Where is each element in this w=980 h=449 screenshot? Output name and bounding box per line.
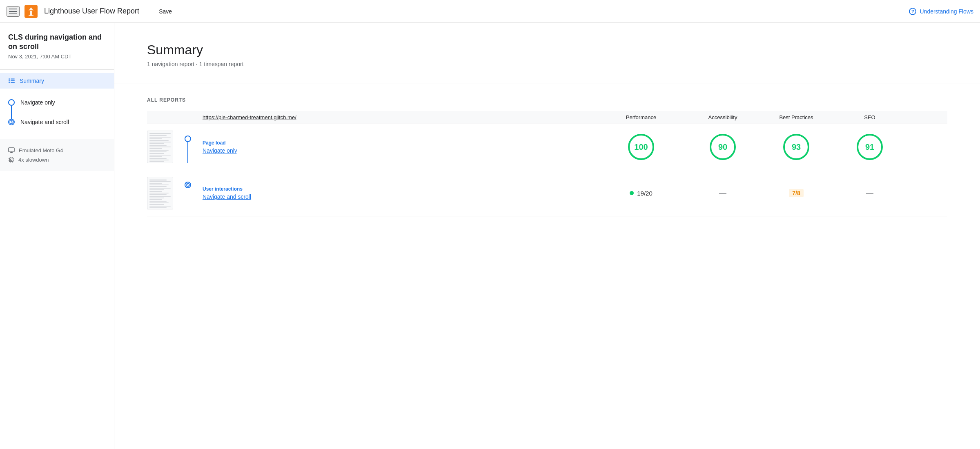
timeline-dot-scroll — [8, 119, 15, 125]
device-section: Emulated Moto G4 4x slowdown — [0, 139, 114, 171]
col-best-practices-header: Best Practices — [760, 114, 833, 120]
report-link-1[interactable]: Navigate only — [203, 147, 237, 154]
sidebar-nav-items: Navigate only Navigat — [0, 89, 114, 136]
app-header: Lighthouse User Flow Report Save ? Under… — [0, 0, 980, 23]
summary-section: Summary 1 navigation report · 1 timespan… — [114, 23, 980, 84]
report-row-1-info: Page load Navigate only — [196, 140, 596, 154]
device-slowdown: 4x slowdown — [8, 155, 106, 164]
dash-1: — — [719, 189, 726, 198]
sidebar-divider — [0, 69, 114, 70]
report-type-2: User interactions — [203, 186, 596, 192]
svg-line-28 — [188, 185, 189, 185]
menu-button[interactable] — [7, 6, 20, 17]
table-row: User interactions Navigate and scroll 19… — [147, 170, 947, 216]
row1-timeline — [180, 131, 196, 163]
timespan-score-green: 19/20 — [630, 190, 653, 197]
summary-label: Summary — [20, 78, 44, 84]
main-content: Summary 1 navigation report · 1 timespan… — [114, 23, 980, 449]
slowdown-label: 4x slowdown — [18, 157, 49, 163]
table-column-headers: https://pie-charmed-treatment.glitch.me/… — [147, 111, 947, 124]
col-accessibility-header: Accessibility — [686, 114, 760, 120]
col-seo-header: SEO — [833, 114, 906, 120]
svg-rect-16 — [9, 158, 13, 162]
sidebar-nav-navigate-scroll[interactable]: Navigate and scroll — [20, 119, 69, 125]
sidebar: CLS during navigation and on scroll Nov … — [0, 23, 114, 449]
svg-rect-3 — [29, 15, 33, 16]
understanding-flows-label: Understanding Flows — [920, 8, 973, 15]
svg-point-5 — [9, 80, 10, 81]
report-thumbnail-1 — [147, 131, 173, 163]
svg-rect-7 — [11, 78, 15, 79]
svg-rect-9 — [11, 82, 15, 83]
score-bestpractices-2: 7/8 — [760, 189, 833, 197]
report-thumbnail-2 — [147, 177, 173, 209]
timeline-circle-1 — [185, 136, 191, 142]
summary-subtext: 1 navigation report · 1 timespan report — [147, 61, 947, 67]
nav-timeline: Navigate only Navigat — [0, 95, 114, 129]
score-accessibility-1: 90 — [686, 134, 760, 160]
col-extra-spacer — [906, 114, 947, 120]
help-icon: ? — [909, 8, 916, 15]
summary-heading: Summary — [147, 42, 947, 58]
report-type-1: Page load — [203, 140, 596, 146]
app-title: Lighthouse User Flow Report — [44, 7, 139, 16]
list-icon — [8, 77, 16, 84]
svg-rect-17 — [11, 159, 12, 160]
timeline-clock-2 — [185, 182, 191, 188]
all-reports-heading: ALL REPORTS — [147, 97, 947, 103]
header-left: Lighthouse User Flow Report Save — [7, 5, 177, 18]
score-circle-bp-1: 93 — [783, 134, 809, 160]
timespan-dot — [630, 191, 634, 195]
score-bestpractices-1: 93 — [760, 134, 833, 160]
understanding-flows-link[interactable]: ? Understanding Flows — [909, 8, 973, 15]
timeline-dot-navigate — [8, 99, 15, 106]
project-date: Nov 3, 2021, 7:00 AM CDT — [0, 53, 114, 68]
sidebar-nav-navigate-only[interactable]: Navigate only — [20, 99, 55, 106]
score-seo-2: — — [833, 189, 906, 198]
svg-point-4 — [9, 78, 10, 80]
col-url-header: https://pie-charmed-treatment.glitch.me/ — [196, 114, 596, 120]
timespan-score-orange: 7/8 — [789, 189, 803, 197]
table-row: Page load Navigate only 100 90 93 91 — [147, 124, 947, 170]
device-label: Emulated Moto G4 — [19, 147, 63, 153]
timeline-line-r1 — [187, 142, 188, 163]
cpu-icon — [8, 157, 14, 163]
reports-section: ALL REPORTS https://pie-charmed-treatmen… — [114, 84, 980, 229]
monitor-icon — [8, 147, 15, 153]
timeline-line-1 — [11, 106, 12, 119]
col-performance-header: Performance — [596, 114, 686, 120]
device-emulated: Emulated Moto G4 — [8, 146, 106, 155]
svg-point-6 — [9, 82, 10, 83]
col-timeline-spacer — [180, 114, 196, 120]
svg-line-12 — [11, 122, 12, 122]
svg-rect-13 — [9, 148, 14, 152]
col-thumb-spacer — [147, 114, 180, 120]
row2-timeline — [180, 177, 196, 209]
dash-2: — — [866, 189, 873, 198]
save-button[interactable]: Save — [154, 5, 177, 18]
report-row-2-info: User interactions Navigate and scroll — [196, 186, 596, 200]
lighthouse-logo — [24, 5, 38, 18]
svg-rect-8 — [11, 80, 15, 81]
report-link-2[interactable]: Navigate and scroll — [203, 193, 251, 200]
main-layout: CLS during navigation and on scroll Nov … — [0, 23, 980, 449]
score-performance-1: 100 — [596, 134, 686, 160]
score-circle-perf-1: 100 — [628, 134, 654, 160]
score-circle-seo-1: 91 — [857, 134, 883, 160]
timespan-value-green: 19/20 — [637, 190, 653, 197]
sidebar-item-summary[interactable]: Summary — [0, 73, 114, 89]
score-circle-a11y-1: 90 — [710, 134, 736, 160]
score-accessibility-2: — — [686, 189, 760, 198]
score-performance-2: 19/20 — [596, 190, 686, 197]
score-seo-1: 91 — [833, 134, 906, 160]
project-title: CLS during navigation and on scroll — [0, 33, 114, 53]
